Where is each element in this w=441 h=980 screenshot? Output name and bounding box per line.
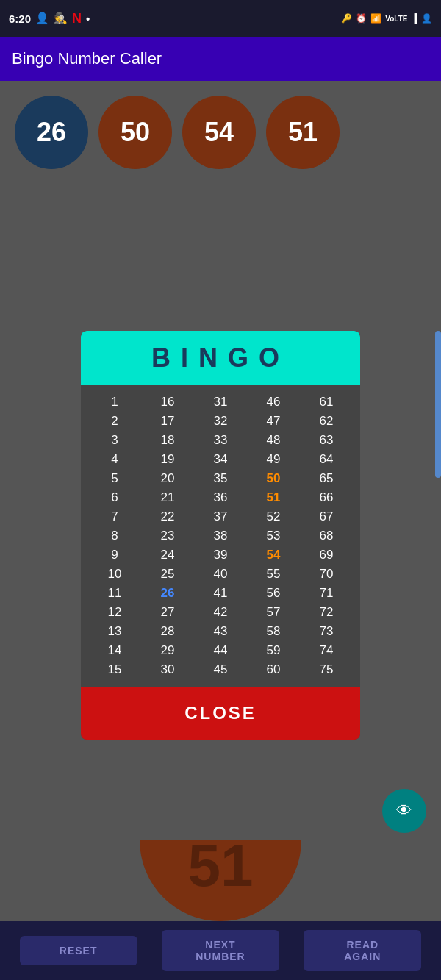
- ball-26: 26: [15, 96, 88, 169]
- bingo-cell: 15: [93, 662, 137, 677]
- bingo-cell: 25: [146, 567, 190, 582]
- status-right: 🔑 ⏰ 📶 VoLTE ▐ 👤: [341, 13, 432, 24]
- key-icon: 🔑: [341, 13, 352, 24]
- bingo-cell: 22: [146, 509, 190, 524]
- bingo-cell: 71: [304, 586, 348, 601]
- bingo-cell: 40: [198, 567, 243, 582]
- bingo-cell: 33: [198, 433, 243, 448]
- bingo-cell: 68: [304, 529, 348, 543]
- ball-54: 54: [182, 96, 256, 169]
- bingo-row: 1328435873: [93, 622, 348, 641]
- bingo-cell: 65: [304, 471, 348, 486]
- bingo-cell: 46: [251, 395, 295, 409]
- status-icon-netflix: N: [72, 11, 82, 26]
- bingo-cell: 51: [251, 490, 295, 505]
- reset-button[interactable]: RESET: [20, 936, 137, 965]
- bingo-row: 116314661: [93, 393, 348, 412]
- bingo-row: 621365166: [93, 488, 348, 507]
- bingo-header: BINGO: [81, 331, 360, 385]
- bingo-cell: 8: [93, 529, 137, 543]
- bingo-cell: 55: [251, 567, 295, 582]
- bingo-cell: 73: [304, 624, 348, 639]
- app-title: Bingo Number Caller: [12, 49, 162, 68]
- bingo-cell: 69: [304, 548, 348, 562]
- eye-icon: 👁: [396, 801, 412, 820]
- bingo-cell: 32: [198, 414, 243, 429]
- bingo-cell: 59: [251, 643, 295, 658]
- bingo-cell: 34: [198, 452, 243, 467]
- bingo-cell: 48: [251, 433, 295, 448]
- signal-text: VoLTE: [385, 15, 407, 23]
- bingo-cell: 39: [198, 548, 243, 562]
- bingo-row: 1530456075: [93, 660, 348, 679]
- profile-icon: 👤: [421, 13, 432, 24]
- bingo-cell: 61: [304, 395, 348, 409]
- bingo-row: 722375267: [93, 507, 348, 526]
- bingo-cell: 3: [93, 433, 137, 448]
- bingo-cell: 37: [198, 509, 243, 524]
- bingo-cell: 27: [146, 605, 190, 620]
- bingo-row: 318334863: [93, 431, 348, 450]
- bingo-cell: 64: [304, 452, 348, 467]
- bingo-grid: 1163146612173247623183348634193449645203…: [81, 385, 360, 687]
- bingo-cell: 58: [251, 624, 295, 639]
- balls-row: 26 50 54 51: [15, 96, 340, 169]
- bingo-cell: 9: [93, 548, 137, 562]
- alarm-icon: ⏰: [356, 13, 367, 24]
- status-dot: •: [86, 12, 90, 25]
- bingo-cell: 36: [198, 490, 243, 505]
- bingo-cell: 50: [251, 471, 295, 486]
- bingo-cell: 57: [251, 605, 295, 620]
- bingo-cell: 56: [251, 586, 295, 601]
- bingo-cell: 29: [146, 643, 190, 658]
- main-content: 26 50 54 51 BINGO 1163146612173247623183…: [0, 81, 441, 921]
- bingo-cell: 28: [146, 624, 190, 639]
- bingo-title: BINGO: [151, 343, 290, 373]
- bingo-cell: 45: [198, 662, 243, 677]
- bingo-row: 520355065: [93, 469, 348, 488]
- bingo-cell: 74: [304, 643, 348, 658]
- ball-50: 50: [98, 96, 172, 169]
- status-icon-person: 👤: [35, 12, 49, 25]
- bingo-row: 1429445974: [93, 641, 348, 660]
- signal-bars: ▐: [411, 13, 417, 24]
- bingo-cell: 66: [304, 490, 348, 505]
- bingo-cell: 38: [198, 529, 243, 543]
- big-ball-display: 51: [140, 840, 301, 921]
- bingo-cell: 54: [251, 548, 295, 562]
- ball-51: 51: [266, 96, 340, 169]
- next-number-button[interactable]: NEXTNUMBER: [162, 930, 279, 971]
- bingo-cell: 13: [93, 624, 137, 639]
- bingo-cell: 63: [304, 433, 348, 448]
- bingo-cell: 16: [146, 395, 190, 409]
- bingo-cell: 24: [146, 548, 190, 562]
- bingo-cell: 21: [146, 490, 190, 505]
- bingo-cell: 12: [93, 605, 137, 620]
- bottom-bar: RESET NEXTNUMBER READAGAIN: [0, 921, 441, 980]
- bingo-cell: 10: [93, 567, 137, 582]
- bingo-cell: 44: [198, 643, 243, 658]
- bingo-cell: 23: [146, 529, 190, 543]
- bingo-cell: 2: [93, 414, 137, 429]
- bingo-row: 419344964: [93, 450, 348, 469]
- bingo-cell: 7: [93, 509, 137, 524]
- bingo-row: 924395469: [93, 546, 348, 565]
- bingo-cell: 60: [251, 662, 295, 677]
- bingo-cell: 5: [93, 471, 137, 486]
- bingo-cell: 70: [304, 567, 348, 582]
- bingo-cell: 52: [251, 509, 295, 524]
- status-left: 6:20 👤 🕵 N •: [9, 11, 90, 26]
- bingo-row: 1025405570: [93, 565, 348, 584]
- app-bar: Bingo Number Caller: [0, 37, 441, 81]
- scrollbar[interactable]: [435, 331, 441, 478]
- bingo-cell: 62: [304, 414, 348, 429]
- bingo-row: 1227425772: [93, 603, 348, 622]
- status-time: 6:20: [9, 12, 31, 25]
- eye-fab-button[interactable]: 👁: [382, 789, 426, 833]
- bingo-cell: 18: [146, 433, 190, 448]
- bingo-cell: 67: [304, 509, 348, 524]
- bingo-row: 1126415671: [93, 584, 348, 603]
- close-button[interactable]: CLOSE: [81, 687, 360, 740]
- bingo-cell: 11: [93, 586, 137, 601]
- read-again-button[interactable]: READAGAIN: [304, 930, 421, 971]
